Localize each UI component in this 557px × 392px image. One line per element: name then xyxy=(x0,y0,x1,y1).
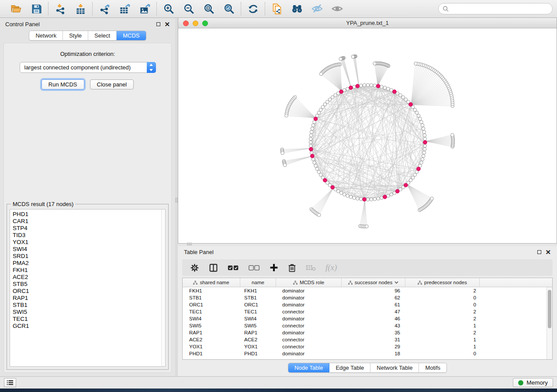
table-cell: TEC1 xyxy=(240,309,276,314)
select-all-icon[interactable] xyxy=(228,262,239,273)
table-cell: dominator xyxy=(276,316,342,321)
list-icon xyxy=(7,380,14,385)
network-window-titlebar[interactable]: YPA_prune.txt_1 xyxy=(178,18,557,28)
table-tab-network-table[interactable]: Network Table xyxy=(370,363,419,372)
table-cell: 61 xyxy=(342,302,405,307)
result-item[interactable]: SRD1 xyxy=(13,253,163,260)
result-item[interactable]: SWI4 xyxy=(13,246,163,253)
save-icon[interactable] xyxy=(30,3,42,15)
tab-network[interactable]: Network xyxy=(29,31,63,40)
show-columns-icon[interactable] xyxy=(209,262,218,273)
result-item[interactable]: TID3 xyxy=(13,232,163,239)
table-cell: ORC1 xyxy=(240,302,276,307)
deselect-all-icon[interactable] xyxy=(249,262,260,273)
table-scrollbar[interactable] xyxy=(547,287,552,359)
table-row[interactable]: SWI5SWI5connector431 xyxy=(183,322,547,329)
search-input[interactable] xyxy=(451,6,548,12)
float-table-panel-icon[interactable] xyxy=(537,250,541,254)
window-zoom-button[interactable] xyxy=(202,21,208,26)
result-item[interactable]: FKH1 xyxy=(13,267,163,274)
result-item[interactable]: ORC1 xyxy=(13,288,163,295)
result-item[interactable]: STP4 xyxy=(13,225,163,232)
table-scrollbar-thumb[interactable] xyxy=(548,290,551,328)
zoom-fit-icon[interactable] xyxy=(203,3,215,15)
float-panel-icon[interactable] xyxy=(156,22,160,26)
column-header-name[interactable]: name xyxy=(240,278,276,287)
close-panel-icon[interactable]: ✕ xyxy=(164,22,170,26)
mcds-result-list[interactable]: PHD1CAR1STP4TID3YOX1SWI4SRD1PMA2FKH1ACE2… xyxy=(10,209,166,367)
table-row[interactable]: YOX1YOX1connector291 xyxy=(183,343,547,350)
network-view-canvas[interactable] xyxy=(178,28,557,243)
control-panel-header: Control Panel ✕ xyxy=(0,18,175,30)
control-panel: Control Panel ✕ NetworkStyleSelectMCDS O… xyxy=(0,18,175,376)
zoom-in-icon[interactable] xyxy=(163,3,175,15)
result-item[interactable]: PHD1 xyxy=(13,211,163,218)
window-minimize-button[interactable] xyxy=(193,21,198,26)
column-header-successor-nodes[interactable]: successor nodes xyxy=(342,278,405,287)
tab-select[interactable]: Select xyxy=(88,31,117,40)
export-table-icon[interactable] xyxy=(118,3,131,15)
table-row[interactable]: TEC1TEC1connector472 xyxy=(183,308,547,315)
table-cell: PHD1 xyxy=(183,351,240,356)
first-neighbors-icon[interactable] xyxy=(291,3,303,15)
table-cell: 1 xyxy=(405,323,480,328)
result-item[interactable]: ACE2 xyxy=(13,274,163,281)
result-item[interactable]: RAP1 xyxy=(13,295,163,302)
column-header-MCDS-role[interactable]: MCDS role xyxy=(276,278,342,287)
delete-column-trash-icon[interactable] xyxy=(288,262,296,273)
table-row[interactable]: ORC1ORC1dominator610 xyxy=(183,301,547,308)
criterion-dropdown[interactable]: largest connected component (undirected) xyxy=(20,62,156,73)
zoom-selected-icon[interactable] xyxy=(223,3,235,15)
table-tab-edge-table[interactable]: Edge Table xyxy=(329,363,370,372)
column-header-predecessor-nodes[interactable]: predecessor nodes xyxy=(405,278,480,287)
result-item[interactable]: YOX1 xyxy=(13,239,163,246)
export-image-icon[interactable] xyxy=(138,3,151,15)
table-row[interactable]: STB1STB1dominator620 xyxy=(183,294,547,301)
result-item[interactable]: SWI5 xyxy=(13,309,163,316)
desktop-wallpaper-strip xyxy=(0,389,557,392)
run-mcds-button[interactable]: Run MCDS xyxy=(42,79,84,89)
zoom-out-icon[interactable] xyxy=(183,3,195,15)
open-file-icon[interactable] xyxy=(10,3,22,15)
table-row[interactable]: SWI4SWI4dominator462 xyxy=(183,315,547,322)
result-item[interactable]: TEC1 xyxy=(13,316,163,323)
memory-button[interactable]: Memory xyxy=(513,378,553,387)
table-settings-gear-icon[interactable] xyxy=(190,262,199,273)
result-item[interactable]: STB5 xyxy=(13,281,163,288)
column-header-shared-name[interactable]: shared name xyxy=(183,278,240,287)
result-item[interactable]: STB1 xyxy=(13,302,163,309)
task-history-button[interactable] xyxy=(4,378,16,387)
hide-selected-icon[interactable] xyxy=(311,3,323,15)
tab-mcds[interactable]: MCDS xyxy=(117,31,145,40)
table-row[interactable]: ACE2ACE2connector311 xyxy=(183,336,547,343)
close-panel-button[interactable]: Close panel xyxy=(90,79,134,89)
network-graph[interactable] xyxy=(178,28,557,243)
copy-network-icon[interactable] xyxy=(271,3,283,15)
add-column-icon[interactable] xyxy=(270,262,278,273)
memory-status-dot xyxy=(518,380,523,385)
tab-style[interactable]: Style xyxy=(63,31,88,40)
dropdown-stepper-icon xyxy=(147,62,156,73)
window-close-button[interactable] xyxy=(183,21,189,26)
table-row[interactable]: FKH1FKH1dominator962 xyxy=(183,287,547,294)
result-item[interactable]: PMA2 xyxy=(13,260,163,267)
result-item[interactable]: GCR1 xyxy=(13,323,163,330)
table-row[interactable]: RAP1RAP1dominator352 xyxy=(183,329,547,336)
table-cell: YOX1 xyxy=(183,344,240,349)
search-field[interactable] xyxy=(438,3,553,14)
horizontal-splitter-grip[interactable] xyxy=(187,243,192,245)
import-network-icon[interactable] xyxy=(54,3,66,15)
table-cell: YOX1 xyxy=(240,344,276,349)
result-list-scrollbar[interactable] xyxy=(161,210,165,366)
table-cell: STB1 xyxy=(183,295,240,300)
export-network-icon[interactable] xyxy=(98,3,111,15)
table-tab-motifs[interactable]: Motifs xyxy=(419,363,446,372)
import-table-icon[interactable] xyxy=(74,3,86,15)
table-tab-node-table[interactable]: Node Table xyxy=(288,363,330,372)
result-item[interactable]: CAR1 xyxy=(13,218,163,225)
close-table-panel-icon[interactable]: ✕ xyxy=(545,250,551,254)
function-builder-icon-disabled: f(x) xyxy=(325,262,337,273)
show-all-icon[interactable] xyxy=(331,3,343,15)
refresh-icon[interactable] xyxy=(247,3,259,15)
table-row[interactable]: PHD1PHD1dominator180 xyxy=(183,350,547,357)
